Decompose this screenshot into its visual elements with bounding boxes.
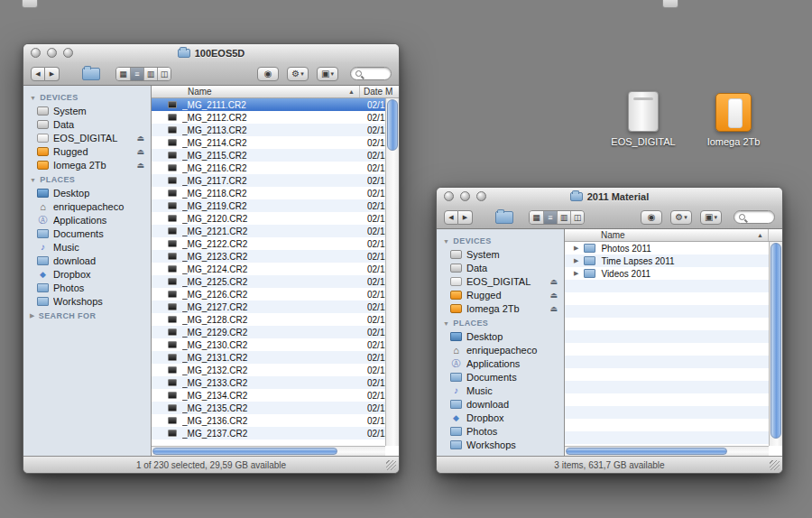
sidebar-device-item[interactable]: Iomega 2Tb ⏏	[437, 301, 564, 315]
back-button[interactable]: ◀	[31, 67, 45, 81]
new-folder-button[interactable]	[495, 211, 513, 224]
file-row[interactable]: _MG_2115.CR2 02/12	[152, 149, 385, 162]
sidebar-place-item[interactable]: Applications	[437, 356, 564, 370]
forward-button[interactable]: ▶	[45, 67, 60, 81]
sidebar-device-item[interactable]: Data	[23, 117, 151, 131]
new-folder-button[interactable]	[82, 68, 100, 80]
file-row[interactable]: _MG_2120.CR2 02/12	[152, 212, 385, 225]
sidebar-device-item[interactable]: EOS_DIGITAL ⏏	[437, 274, 564, 288]
disclosure-closed-icon[interactable]: ▶	[574, 257, 578, 264]
sidebar-place-item[interactable]: enriquepacheco	[23, 199, 151, 213]
file-row[interactable]: _MG_2112.CR2 02/12	[152, 111, 385, 124]
places-section-header[interactable]: ▼ PLACES	[23, 173, 151, 186]
icon-view-button[interactable]: ▦	[116, 68, 130, 80]
eject-icon[interactable]: ⏏	[549, 291, 564, 300]
sidebar-place-item[interactable]: download	[437, 397, 564, 411]
disclosure-closed-icon[interactable]: ▶	[574, 245, 578, 252]
vertical-scrollbar-thumb[interactable]	[387, 99, 398, 151]
disclosure-closed-icon[interactable]: ▶	[574, 270, 578, 277]
sidebar-place-item[interactable]: Music	[437, 384, 564, 397]
sidebar-place-item[interactable]: Dropbox	[437, 411, 564, 424]
vertical-scrollbar-thumb[interactable]	[770, 243, 781, 439]
list-view-button[interactable]: ≡	[543, 211, 557, 224]
horizontal-scrollbar-thumb[interactable]	[152, 448, 337, 455]
file-row[interactable]: _MG_2131.CR2 02/12	[152, 351, 385, 364]
name-column-header[interactable]: Name ▲	[565, 229, 769, 241]
action-menu-button[interactable]: ⚙▾	[287, 67, 309, 81]
file-row[interactable]: _MG_2116.CR2 02/12	[152, 162, 385, 174]
minimize-button[interactable]	[460, 191, 470, 201]
file-row[interactable]: _MG_2118.CR2 02/12	[152, 187, 385, 199]
eject-icon[interactable]: ⏏	[136, 161, 151, 170]
file-row[interactable]: _MG_2111.CR2 02/12	[152, 98, 385, 111]
file-row[interactable]: _MG_2136.CR2 02/12	[152, 414, 385, 427]
sidebar-device-item[interactable]: Rugged ⏏	[437, 288, 564, 301]
name-column-header[interactable]: Name ▲	[152, 86, 360, 97]
forward-button[interactable]: ▶	[458, 210, 473, 225]
sidebar-device-item[interactable]: Data	[437, 261, 564, 274]
sidebar-place-item[interactable]: Desktop	[23, 186, 151, 199]
devices-section-header[interactable]: ▼ DEVICES	[437, 235, 564, 247]
file-row[interactable]: _MG_2134.CR2 02/12	[152, 389, 385, 402]
arrange-menu-button[interactable]: ▣▾	[317, 67, 338, 81]
sidebar-place-item[interactable]: Documents	[437, 370, 564, 384]
sidebar-place-item[interactable]: Music	[23, 240, 151, 254]
sidebar-device-item[interactable]: Rugged ⏏	[23, 144, 151, 158]
search-field[interactable]	[350, 67, 392, 80]
file-row[interactable]: _MG_2113.CR2 02/12	[152, 124, 385, 136]
sidebar-place-item[interactable]: Applications	[23, 213, 151, 227]
sidebar-device-item[interactable]: System	[23, 104, 151, 117]
sidebar-place-item[interactable]: Dropbox	[23, 267, 151, 281]
search-field[interactable]	[734, 210, 775, 224]
eject-icon[interactable]: ⏏	[136, 134, 151, 143]
titlebar[interactable]: 2011 Material	[437, 188, 782, 206]
coverflow-view-button[interactable]: ◫	[157, 68, 171, 80]
file-row[interactable]: _MG_2126.CR2 02/12	[152, 288, 385, 301]
file-row[interactable]: _MG_2133.CR2 02/12	[152, 376, 385, 389]
file-row[interactable]: _MG_2127.CR2 02/12	[152, 301, 385, 313]
sidebar-place-item[interactable]: Desktop	[437, 329, 564, 343]
zoom-button[interactable]	[476, 191, 486, 201]
places-section-header[interactable]: ▼ PLACES	[437, 317, 564, 329]
sidebar-place-item[interactable]: Photos	[23, 281, 151, 294]
file-row[interactable]: _MG_2132.CR2 02/12	[152, 364, 385, 376]
eject-icon[interactable]: ⏏	[136, 147, 151, 156]
minimize-button[interactable]	[47, 48, 57, 58]
quick-look-button[interactable]: ◉	[641, 210, 662, 225]
file-row[interactable]: _MG_2130.CR2 02/12	[152, 338, 385, 351]
file-row[interactable]: _MG_2128.CR2 02/12	[152, 313, 385, 326]
horizontal-scrollbar[interactable]	[565, 446, 769, 456]
folder-row[interactable]: ▶ Videos 2011	[565, 267, 769, 280]
horizontal-scrollbar[interactable]	[152, 446, 385, 456]
folder-proxy-icon[interactable]	[178, 49, 190, 58]
sidebar-place-item[interactable]: Workshops	[23, 294, 151, 308]
sidebar-device-item[interactable]: EOS_DIGITAL ⏏	[23, 131, 151, 144]
file-row[interactable]: _MG_2135.CR2 02/12	[152, 402, 385, 414]
devices-section-header[interactable]: ▼ DEVICES	[23, 91, 151, 104]
folder-row[interactable]: ▶ Time Lapses 2011	[565, 254, 769, 267]
horizontal-scrollbar-thumb[interactable]	[566, 448, 727, 455]
file-row[interactable]: _MG_2124.CR2 02/12	[152, 263, 385, 275]
file-row[interactable]: _MG_2122.CR2 02/12	[152, 237, 385, 250]
close-button[interactable]	[444, 191, 454, 201]
search-for-section-header[interactable]: ▶ SEARCH FOR	[23, 310, 151, 322]
resize-grip[interactable]	[386, 460, 396, 470]
sidebar-device-item[interactable]: Iomega 2Tb ⏏	[23, 158, 151, 171]
folder-proxy-icon[interactable]	[570, 192, 583, 201]
titlebar[interactable]: 100EOS5D	[23, 44, 399, 62]
file-row[interactable]: _MG_2123.CR2 02/12	[152, 250, 385, 263]
zoom-button[interactable]	[63, 48, 73, 58]
date-modified-column-header[interactable]: Date M	[360, 86, 399, 97]
close-button[interactable]	[31, 48, 41, 58]
vertical-scrollbar[interactable]	[385, 98, 399, 446]
partial-desktop-icon[interactable]	[662, 0, 678, 8]
column-view-button[interactable]: ▥	[557, 211, 570, 224]
sidebar-device-item[interactable]: System	[437, 247, 564, 261]
desktop-icon-iomega-2tb[interactable]: Iomega 2Tb	[692, 93, 775, 147]
file-row[interactable]: _MG_2114.CR2 02/12	[152, 136, 385, 149]
file-row[interactable]: _MG_2119.CR2 02/12	[152, 199, 385, 212]
desktop-icon-eos-digital[interactable]: EOS_DIGITAL	[602, 91, 685, 147]
list-view-button[interactable]: ≡	[130, 68, 143, 80]
icon-view-button[interactable]: ▦	[530, 211, 543, 224]
action-menu-button[interactable]: ⚙▾	[670, 210, 692, 225]
